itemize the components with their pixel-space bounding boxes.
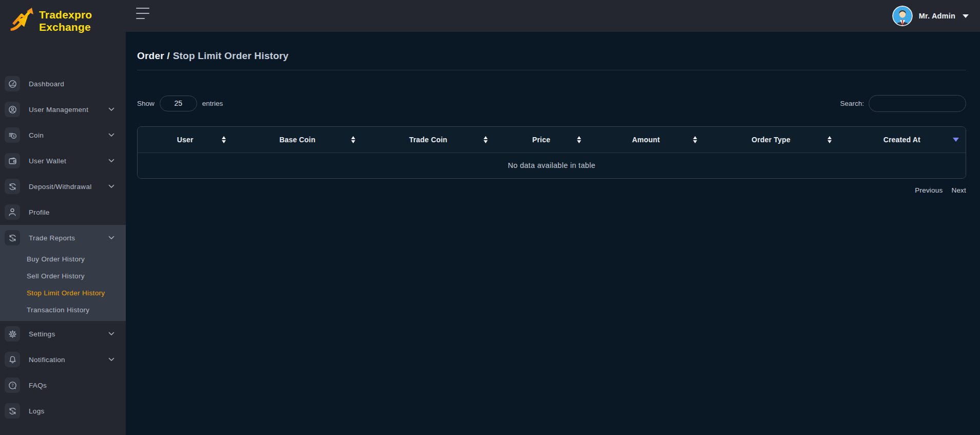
page-length-control: Show 25 entries [137,96,223,111]
svg-text:$: $ [11,184,13,188]
brand[interactable]: Tradexpro Exchange [0,0,126,35]
brand-logo-icon [9,7,36,35]
svg-text:$: $ [11,236,13,240]
avatar[interactable] [892,6,913,26]
sidebar-item-user-wallet[interactable]: User Wallet [0,148,126,174]
chevron-down-icon [108,332,114,336]
sidebar-item-label: Deposit/Withdrawal [29,183,92,191]
sort-desc-icon [953,138,959,142]
sidebar-item-user-management[interactable]: User Management [0,97,126,122]
pagination: Previous Next [137,186,966,194]
user-name: Mr. Admin [919,12,955,20]
sort-both-icon [351,136,355,143]
page-size-select[interactable]: 25 [160,96,197,111]
sort-both-icon [222,136,226,143]
settings-icon [5,326,20,342]
sidebar-item-coin[interactable]: $Coin [0,122,126,148]
sidebar-item-label: Logs [29,407,45,415]
page-head: Order /Stop Limit Order History [137,50,966,70]
breadcrumb-section: Order / [137,50,170,61]
sidebar-item-label: Dashboard [29,80,64,88]
sidebar-item-label: FAQs [29,382,47,389]
profile-icon [5,204,20,220]
entries-label: entries [202,100,223,107]
sidebar-item-trade-reports[interactable]: $Trade Reports [0,225,126,251]
deposit-withdrawal-icon: $ [5,179,20,194]
hamburger-menu-icon[interactable] [136,8,150,19]
svg-text:$: $ [12,134,14,138]
notification-icon [5,352,20,367]
brand-name: Tradexpro Exchange [39,9,92,33]
column-header-order-type[interactable]: Order Type [704,127,838,153]
column-label: Created At [883,136,920,144]
search-control: Search: [840,95,966,112]
column-header-amount[interactable]: Amount [588,127,704,153]
sidebar-item-label: Trade Reports [29,234,75,242]
sidebar-item-logs[interactable]: $Logs [0,398,126,424]
column-header-base-coin[interactable]: Base Coin [233,127,362,153]
show-label: Show [137,100,155,107]
orders-table: UserBase CoinTrade CoinPriceAmountOrder … [137,126,966,179]
search-input[interactable] [869,95,966,112]
sidebar-item-notification[interactable]: Notification [0,347,126,372]
column-label: Amount [632,136,660,144]
sidebar-subitem-transaction-history[interactable]: Transaction History [0,301,126,318]
table-row: No data available in table [138,153,966,178]
coin-icon: $ [5,127,20,143]
sidebar-item-settings[interactable]: Settings [0,321,126,347]
sort-both-icon [693,136,697,143]
chevron-down-icon [108,357,114,362]
sort-both-icon [577,136,581,143]
sidebar-item-label: Settings [29,330,55,338]
sidebar-item-label: User Management [29,106,88,114]
sidebar-item-faqs[interactable]: ?FAQs [0,372,126,398]
user-menu[interactable]: Mr. Admin [892,0,969,32]
page-title: Order /Stop Limit Order History [137,50,966,62]
sidebar-item-label: Notification [29,356,65,364]
user-management-icon [5,102,20,117]
sidebar-item-label: User Wallet [29,157,66,165]
column-label: Trade Coin [409,136,447,144]
sidebar-menu: DashboardUser Management$CoinUser Wallet… [0,71,126,424]
main-content: Order /Stop Limit Order History Show 25 … [126,32,980,435]
table-header-row: UserBase CoinTrade CoinPriceAmountOrder … [138,127,966,153]
sidebar: Tradexpro Exchange DashboardUser Managem… [0,0,126,435]
user-wallet-icon [5,153,20,168]
topbar: Mr. Admin [0,0,980,32]
previous-page-button[interactable]: Previous [915,186,943,194]
table-controls: Show 25 entries Search: [137,94,966,112]
sidebar-subitem-sell-order-history[interactable]: Sell Order History [0,268,126,285]
column-header-trade-coin[interactable]: Trade Coin [362,127,494,153]
next-page-button[interactable]: Next [951,186,966,194]
sidebar-section-trade-reports: $Trade ReportsBuy Order HistorySell Orde… [0,225,126,321]
column-header-created-at[interactable]: Created At [838,127,966,153]
column-label: Base Coin [279,136,315,144]
column-label: Price [532,136,550,144]
search-label: Search: [840,100,864,107]
sidebar-item-label: Profile [29,209,50,216]
chevron-down-icon [108,133,114,137]
dashboard-icon [5,76,20,91]
trade-reports-icon: $ [5,230,20,245]
sidebar-item-label: Coin [29,131,44,139]
svg-text:?: ? [11,383,13,388]
column-label: Order Type [752,136,791,144]
sort-both-icon [828,136,832,143]
column-label: User [177,136,194,144]
sidebar-subitem-buy-order-history[interactable]: Buy Order History [0,251,126,268]
column-header-price[interactable]: Price [494,127,588,153]
empty-table-message: No data available in table [138,153,966,178]
chevron-down-icon [963,14,969,18]
sidebar-item-dashboard[interactable]: Dashboard [0,71,126,97]
breadcrumb-page: Stop Limit Order History [173,50,289,61]
chevron-down-icon [108,107,114,111]
sidebar-subitem-stop-limit-order-history[interactable]: Stop Limit Order History [0,285,126,301]
faqs-icon: ? [5,377,20,393]
column-header-user[interactable]: User [138,127,233,153]
chevron-down-icon [108,184,114,188]
logs-icon: $ [5,403,20,419]
chevron-down-icon [108,159,114,163]
sidebar-item-profile[interactable]: Profile [0,199,126,225]
svg-text:$: $ [11,409,13,413]
sidebar-item-deposit-withdrawal[interactable]: $Deposit/Withdrawal [0,174,126,199]
